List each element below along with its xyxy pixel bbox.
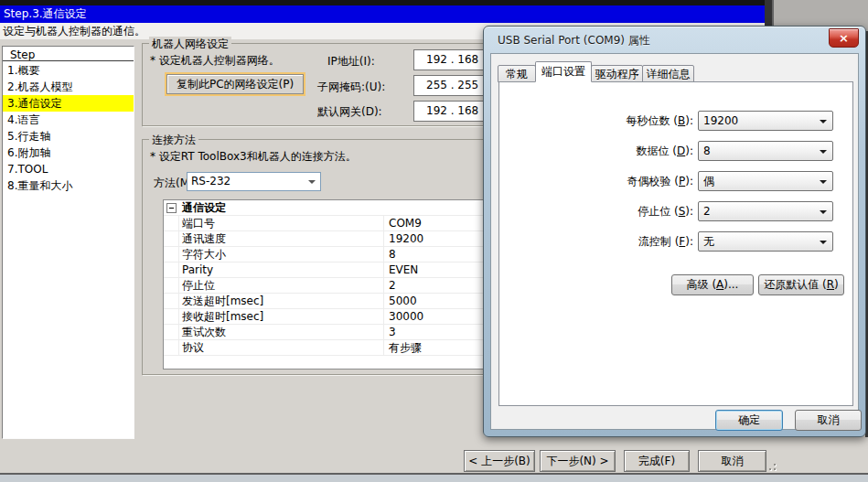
robot-network-group-title: 机器人网络设定: [149, 37, 231, 52]
grid-row-gutter: [164, 294, 179, 308]
chevron-down-icon: [820, 241, 827, 244]
stop-bits-label: 停止位 (S):: [499, 201, 693, 221]
sidebar-item-2[interactable]: 2.机器人模型: [3, 79, 134, 95]
sidebar-divider: [3, 60, 134, 61]
tab-general[interactable]: 常规: [498, 65, 536, 82]
parity-select-value: 偶: [703, 175, 714, 187]
grid-header-title: 通信设定: [182, 200, 226, 216]
grid-row-gutter: [164, 247, 179, 262]
grid-row-gutter: [164, 325, 179, 339]
grid-rows: 端口号COM9通讯速度19200字符大小8ParityEVEN停止位2发送超时[…: [164, 216, 500, 356]
method-select-value: RS-232: [191, 175, 230, 187]
method-select[interactable]: RS-232: [187, 172, 321, 191]
sidebar-item-1[interactable]: 1.概要: [3, 62, 134, 79]
sidebar-item-4[interactable]: 4.语言: [3, 112, 134, 128]
grid-header-row: 通信设定: [164, 200, 500, 216]
sidebar-item-7[interactable]: 7.TOOL: [3, 161, 134, 177]
resize-grip[interactable]: [766, 461, 777, 472]
subnet-mask-label: 子网掩码:(U):: [317, 80, 385, 95]
grid-row-name: Parity: [179, 262, 384, 277]
sidebar-item-3[interactable]: 3.通信设定: [3, 95, 134, 112]
stop-bits-select-value: 2: [703, 205, 711, 218]
grid-row-gutter: [164, 340, 179, 355]
grid-row-gutter: [164, 262, 179, 277]
sidebar-item-6[interactable]: 6.附加轴: [3, 145, 134, 161]
screen: Step.3.通信设定 设定与机器人控制器的通信。 Step 1.概要2.机器人…: [0, 0, 868, 482]
tab-details[interactable]: 详细信息: [642, 65, 694, 82]
grid-row[interactable]: 字符大小8: [164, 247, 500, 262]
flow-control-label: 流控制 (F):: [499, 231, 693, 252]
wizard-step-title: Step.3.通信设定: [0, 5, 766, 23]
communication-settings-grid: 通信设定 端口号COM9通讯速度19200字符大小8ParityEVEN停止位2…: [163, 199, 501, 370]
dialog-client-area: 常规端口设置驱动程序详细信息 每秒位数 (B):19200数据位 (D):8奇偶…: [490, 53, 859, 430]
chevron-down-icon: [820, 120, 827, 123]
back-button[interactable]: < 上一步(B): [464, 450, 535, 472]
robot-network-note: * 设定机器人控制器网络。: [150, 53, 280, 69]
grid-row[interactable]: 通讯速度19200: [164, 231, 500, 247]
connection-method-group-title: 连接方法: [149, 133, 198, 148]
ok-button[interactable]: 确定: [715, 410, 783, 431]
port-settings-tab-page: 每秒位数 (B):19200数据位 (D):8奇偶校验 (P):偶停止位 (S)…: [498, 81, 853, 406]
connection-method-note: * 设定RT ToolBox3和机器人的连接方法。: [150, 149, 357, 165]
chevron-down-icon: [820, 210, 827, 214]
collapse-minus-icon[interactable]: [166, 203, 177, 213]
grid-row-gutter: [164, 216, 179, 230]
dialog-cancel-button[interactable]: 取消: [795, 410, 862, 431]
close-icon[interactable]: ×: [829, 28, 859, 48]
flow-control-select-value: 无: [703, 235, 714, 248]
grid-row[interactable]: 接收超时[msec]30000: [164, 309, 500, 325]
default-gateway-label: 默认网关(D):: [317, 104, 382, 120]
grid-row[interactable]: ParityEVEN: [164, 262, 500, 278]
ip-address-label: IP地址(I):: [327, 54, 375, 70]
data-bits-label: 数据位 (D):: [499, 141, 693, 161]
window-bottom-strip: [0, 475, 868, 482]
stop-bits-select[interactable]: 2: [698, 201, 833, 221]
sidebar-item-8[interactable]: 8.重量和大小: [3, 177, 134, 194]
grid-row-name: 端口号: [179, 216, 384, 230]
baud-rate-select[interactable]: 19200: [698, 111, 833, 131]
grid-row[interactable]: 停止位2: [164, 278, 500, 294]
grid-row-name: 字符大小: [179, 247, 384, 262]
usb-serial-port-dialog: USB Serial Port (COM9) 属性 × 常规端口设置驱动程序详细…: [483, 26, 866, 437]
chevron-down-icon: [308, 180, 316, 184]
parity-select[interactable]: 偶: [698, 171, 833, 191]
grid-row-name: 通讯速度: [179, 231, 384, 246]
sidebar-title: Step: [10, 48, 35, 61]
chevron-down-icon: [820, 180, 827, 184]
grid-row[interactable]: 发送超时[msec]5000: [164, 294, 500, 309]
grid-row[interactable]: 端口号COM9: [164, 216, 500, 231]
chevron-down-icon: [820, 150, 827, 154]
dialog-tabs: 常规端口设置驱动程序详细信息: [498, 61, 693, 82]
grid-row-gutter: [164, 309, 179, 324]
finish-button[interactable]: 完成(F): [624, 450, 690, 472]
step-sidebar: Step 1.概要2.机器人模型3.通信设定4.语言5.行走轴6.附加轴7.TO…: [2, 46, 134, 439]
restore-defaults-button[interactable]: 还原默认值 (R): [758, 274, 844, 295]
grid-row-name: 停止位: [179, 278, 384, 293]
grid-row[interactable]: 协议有步骤: [164, 340, 500, 356]
grid-row-name: 重试次数: [179, 325, 384, 339]
flow-control-select[interactable]: 无: [698, 231, 833, 252]
advanced-button[interactable]: 高级 (A)...: [671, 274, 754, 295]
tab-driver[interactable]: 驱动程序: [591, 65, 643, 82]
baud-rate-label: 每秒位数 (B):: [499, 111, 693, 131]
sidebar-item-5[interactable]: 5.行走轴: [3, 128, 134, 145]
parity-label: 奇偶校验 (P):: [499, 171, 693, 191]
baud-rate-select-value: 19200: [703, 114, 738, 127]
tab-port-settings[interactable]: 端口设置: [535, 61, 592, 82]
cancel-button[interactable]: 取消: [698, 450, 766, 472]
grid-row-name: 发送超时[msec]: [179, 294, 384, 308]
grid-row-gutter: [164, 231, 179, 246]
dialog-title: USB Serial Port (COM9) 属性: [498, 33, 650, 48]
grid-row-gutter: [164, 278, 179, 293]
data-bits-select-value: 8: [703, 145, 711, 157]
next-button[interactable]: 下一步(N) >: [540, 450, 616, 472]
grid-row[interactable]: 重试次数3: [164, 325, 500, 340]
grid-row-name: 协议: [179, 340, 384, 355]
grid-row-name: 接收超时[msec]: [179, 309, 384, 324]
sidebar-item-list: 1.概要2.机器人模型3.通信设定4.语言5.行走轴6.附加轴7.TOOL8.重…: [3, 62, 134, 194]
copy-pc-network-button[interactable]: 复制此PC的网络设定(P): [166, 74, 304, 94]
data-bits-select[interactable]: 8: [698, 141, 833, 161]
